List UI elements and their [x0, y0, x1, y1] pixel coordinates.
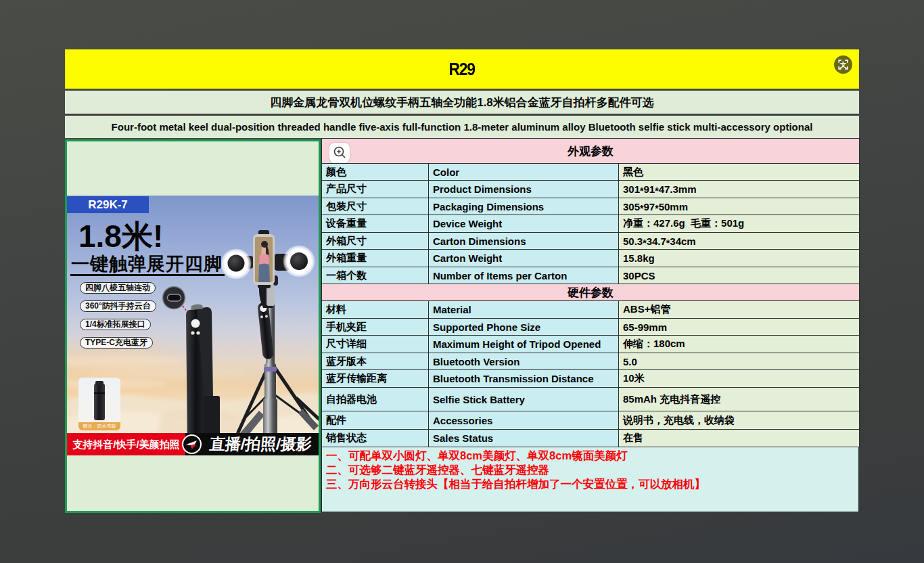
svg-text:文: 文 — [840, 61, 847, 68]
